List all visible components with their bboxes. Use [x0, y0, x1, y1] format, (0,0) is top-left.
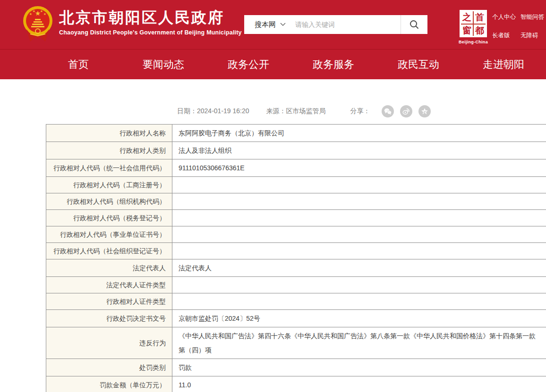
row-label: 行政相对人代码（统一社会信用代码） [46, 159, 172, 177]
row-label: 行政相对人类别 [46, 142, 172, 159]
site-header: ★ ★ ★ ★ ★ 北京市朝阳区人民政府 Chaoyang District P… [0, 0, 546, 49]
row-label: 法定代表人证件类型 [46, 277, 172, 293]
svg-text:★: ★ [40, 9, 43, 13]
quick-link-accessibility[interactable]: 无障碍 [520, 32, 546, 40]
row-value [172, 226, 546, 243]
table-row: 罚款金额（单位万元） 11.0 [46, 376, 546, 392]
row-label: 法定代表人 [46, 259, 172, 277]
row-value: 罚款 [172, 359, 546, 376]
row-label: 行政相对人代码（事业单位证书号） [46, 226, 172, 243]
article-content: 日期：2024-01-19 16:20 来源：区市场监管局 分享： [0, 105, 546, 392]
national-emblem-logo[interactable]: ★ ★ ★ ★ ★ [23, 5, 53, 45]
table-row: 行政相对人类别 法人及非法人组织 [46, 142, 546, 159]
nav-item-news[interactable]: 要闻动态 [121, 58, 206, 72]
table-row: 行政处罚决定书文号 京朝市监处罚〔2024〕52号 [46, 310, 546, 327]
share-label: 分享： [350, 107, 370, 116]
row-label: 行政相对人代码（税务登记号） [46, 210, 172, 226]
share-icons [382, 105, 431, 117]
capital-window-char: 窗 [461, 25, 473, 37]
nav-item-home[interactable]: 首页 [36, 58, 121, 72]
row-value [172, 210, 546, 226]
capital-window-caption: Beijing-China [459, 40, 488, 44]
article-date: 日期：2024-01-19 16:20 [177, 107, 249, 116]
table-row: 行政相对人证件类型 [46, 293, 546, 310]
row-label: 行政相对人代码（社会组织登记证号） [46, 243, 172, 259]
capital-window-char: 都 [474, 25, 486, 37]
search-icon [409, 19, 419, 30]
row-label: 行政相对人名称 [46, 125, 172, 142]
national-emblem-icon: ★ ★ ★ ★ ★ [23, 5, 53, 45]
row-value [172, 243, 546, 259]
svg-text:★: ★ [29, 12, 32, 16]
star-icon [420, 107, 429, 116]
site-subtitle: Chaoyang District People's Government of… [59, 29, 242, 36]
search-input[interactable] [292, 15, 401, 34]
article-meta: 日期：2024-01-19 16:20 来源：区市场监管局 分享： [177, 105, 546, 117]
row-value: 法人及非法人组织 [172, 142, 546, 159]
search-box: 搜本网 [244, 15, 427, 34]
share-favorite-button[interactable] [418, 105, 431, 117]
row-label: 行政处罚决定书文号 [46, 310, 172, 327]
row-value [172, 277, 546, 293]
table-row: 行政相对人代码（统一社会信用代码） 91110105306676361E [46, 159, 546, 177]
article-source: 来源：区市场监管局 [266, 107, 326, 116]
row-value: 东阿阿胶电子商务（北京）有限公司 [172, 125, 546, 142]
table-row: 违反行为 《中华人民共和国广告法》第四十六条《中华人民共和国广告法》第八条第一款… [46, 327, 546, 359]
table-row: 法定代表人 法定代表人 [46, 259, 546, 277]
row-value [172, 193, 546, 210]
search-scope-dropdown[interactable]: 搜本网 [244, 20, 292, 29]
main-nav: 首页 要闻动态 政务公开 政务服务 政民互动 走进朝阳 [0, 49, 546, 79]
row-value: 91110105306676361E [172, 159, 546, 177]
table-row: 处罚类别 罚款 [46, 359, 546, 376]
svg-text:★: ★ [33, 9, 35, 13]
wechat-icon [384, 107, 392, 116]
nav-item-gov-services[interactable]: 政务服务 [291, 58, 376, 72]
share-weibo-button[interactable] [400, 105, 412, 117]
table-row: 法定代表人证件类型 [46, 277, 546, 293]
site-identity[interactable]: 北京市朝阳区人民政府 Chaoyang District People's Go… [59, 8, 242, 36]
quick-link-senior-version[interactable]: 长者版 [492, 32, 518, 40]
table-row: 行政相对人名称 东阿阿胶电子商务（北京）有限公司 [46, 125, 546, 142]
quick-link-smart-qa[interactable]: 智能问答 [520, 13, 546, 21]
capital-window-seal: 之 首 窗 都 [460, 10, 487, 37]
capital-window-logo[interactable]: 之 首 窗 都 Beijing-China [459, 10, 488, 44]
table-row: 行政相对人代码（税务登记号） [46, 210, 546, 226]
table-row: 行政相对人代码（组织机构代码） [46, 193, 546, 210]
row-value: 11.0 [172, 376, 546, 392]
penalty-table-body: 行政相对人名称 东阿阿胶电子商务（北京）有限公司 行政相对人类别 法人及非法人组… [46, 125, 546, 392]
row-label: 违反行为 [46, 327, 172, 359]
svg-text:★: ★ [43, 12, 46, 16]
search-scope-label: 搜本网 [255, 20, 276, 29]
quick-links: 个人中心 智能问答 长者版 无障碍 [492, 13, 546, 40]
row-label: 行政相对人证件类型 [46, 293, 172, 310]
table-row: 行政相对人代码（工商注册号） [46, 177, 546, 193]
row-value: 《中华人民共和国广告法》第四十六条《中华人民共和国广告法》第八条第一款《中华人民… [172, 327, 546, 359]
row-value [172, 177, 546, 193]
chevron-down-icon [280, 23, 286, 26]
penalty-table: 行政相对人名称 东阿阿胶电子商务（北京）有限公司 行政相对人类别 法人及非法人组… [46, 124, 546, 392]
capital-window-char: 之 [461, 11, 473, 24]
nav-item-interaction[interactable]: 政民互动 [376, 58, 461, 72]
row-value: 法定代表人 [172, 259, 546, 277]
nav-item-about-chaoyang[interactable]: 走进朝阳 [461, 58, 546, 72]
table-row: 行政相对人代码（事业单位证书号） [46, 226, 546, 243]
share-wechat-button[interactable] [382, 105, 394, 117]
table-row: 行政相对人代码（社会组织登记证号） [46, 243, 546, 259]
search-button[interactable] [401, 15, 427, 34]
nav-item-gov-disclosure[interactable]: 政务公开 [206, 58, 291, 72]
row-value: 京朝市监处罚〔2024〕52号 [172, 310, 546, 327]
weibo-icon [402, 107, 410, 116]
site-title: 北京市朝阳区人民政府 [59, 8, 242, 26]
row-label: 罚款金额（单位万元） [46, 376, 172, 392]
capital-window-char: 首 [474, 11, 486, 24]
row-label: 处罚类别 [46, 359, 172, 376]
row-value [172, 293, 546, 310]
row-label: 行政相对人代码（工商注册号） [46, 177, 172, 193]
quick-link-personal-center[interactable]: 个人中心 [492, 13, 518, 21]
row-label: 行政相对人代码（组织机构代码） [46, 193, 172, 210]
